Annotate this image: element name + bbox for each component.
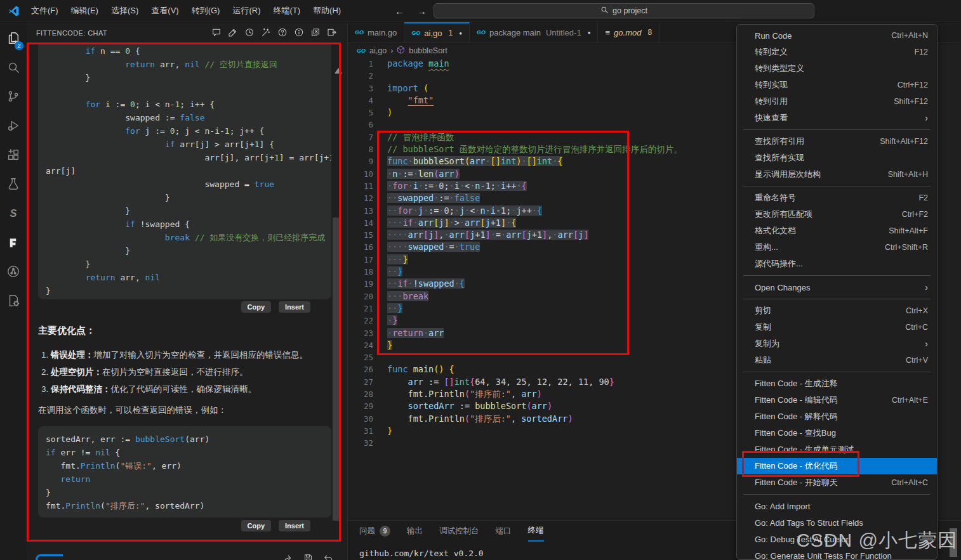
chat-input-edge (36, 554, 63, 560)
activity-item-run-debug[interactable] (0, 112, 26, 141)
magic-wand-icon[interactable] (261, 27, 271, 39)
context-menu-item[interactable]: Fitten Code - 优化代码 (737, 458, 937, 474)
context-menu-item[interactable]: Fitten Code - 查找Bug (737, 425, 937, 441)
search-input[interactable]: go project (434, 3, 814, 18)
context-menu-item[interactable]: Fitten Code - 解释代码 (737, 408, 937, 425)
menu-item[interactable]: 终端(T) (267, 5, 307, 16)
context-menu-item[interactable]: 重命名符号F2 (737, 190, 937, 206)
context-menu-item[interactable]: 转到引用Shift+F12 (737, 93, 937, 110)
chat-body: if n == 0 { return arr, nil // 空切片直接返回 }… (26, 43, 347, 560)
context-menu-item[interactable]: 更改所有匹配项Ctrl+F2 (737, 206, 937, 223)
activity-bar: 2S (0, 22, 26, 560)
code-line: arr[j] (46, 164, 324, 178)
activity-item-fitten-code[interactable] (0, 229, 26, 258)
shortcut-label: Ctrl+Alt+N (891, 31, 928, 40)
menu-item[interactable]: 文件(F) (25, 5, 65, 16)
panel-tab-item[interactable]: 端口 (496, 521, 512, 542)
copy-button[interactable]: Copy (241, 301, 272, 313)
edit-icon[interactable] (228, 27, 238, 39)
tab-label: main.go (368, 28, 397, 37)
context-menu-item[interactable]: Fitten Code - 生成注释 (737, 375, 937, 392)
code-line: if n == 0 { (46, 44, 324, 58)
share-icon[interactable] (282, 553, 293, 560)
context-menu-item[interactable]: 复制为› (737, 335, 937, 352)
breadcrumb-symbol[interactable]: bubbleSort (409, 46, 447, 55)
code-line: return arr, nil (46, 271, 324, 284)
menu-item[interactable]: 运行(R) (226, 5, 267, 16)
chat-scrollbar[interactable] (333, 218, 340, 521)
shortcut-label: Shift+Alt+H (888, 170, 928, 179)
question-icon[interactable] (277, 27, 288, 39)
context-menu-item[interactable]: Go: Generate Unit Tests For Function (737, 547, 937, 560)
context-menu-item[interactable]: Go: Debug Test At Cursor (737, 531, 937, 547)
save-icon[interactable] (303, 553, 314, 560)
activity-item-explorer[interactable]: 2 (0, 25, 26, 54)
activity-item-extensions[interactable] (0, 141, 26, 171)
context-menu-item[interactable]: 格式化文档Shift+Alt+F (737, 223, 937, 239)
tab-go-mod[interactable]: ≡go.mod8 (598, 22, 659, 42)
context-menu-item[interactable]: 源代码操作... (737, 256, 937, 272)
context-menu-item[interactable]: 粘贴Ctrl+V (737, 352, 937, 368)
context-menu-item[interactable]: Go: Add Import (737, 498, 937, 514)
close-window-icon[interactable] (310, 27, 321, 39)
go-file-icon: GO (477, 29, 486, 36)
menu-item[interactable]: 选择(S) (105, 5, 145, 16)
panel-tab-item[interactable]: 输出 (407, 521, 423, 542)
activity-item-fitten-chat[interactable]: S (0, 200, 26, 229)
context-menu-item[interactable]: Open Changes› (737, 279, 937, 296)
activity-item-go-tools[interactable] (0, 287, 26, 316)
panel-tab-item[interactable]: 问题9 (359, 521, 390, 542)
context-menu-item[interactable]: 转到定义F12 (737, 44, 937, 60)
activity-item-references[interactable] (0, 258, 26, 287)
menu-item[interactable]: 编辑(E) (65, 5, 105, 16)
tab-package-main[interactable]: GOpackage mainUntitled-1● (470, 22, 598, 42)
menu-item[interactable]: 查看(V) (145, 5, 185, 16)
modified-dot-icon[interactable]: ● (459, 30, 462, 36)
context-menu-item[interactable]: Fitten Code - 编辑代码Ctrl+Alt+E (737, 392, 937, 408)
submenu-arrow-icon: › (925, 282, 928, 292)
context-menu-item[interactable]: 复制Ctrl+C (737, 319, 937, 335)
context-menu-item[interactable]: 显示调用层次结构Shift+Alt+H (737, 166, 937, 183)
modified-dot-icon[interactable]: ● (588, 30, 591, 36)
activity-item-source-control[interactable] (0, 83, 26, 112)
chevron-right-icon: › (390, 46, 393, 55)
tab-ai-go[interactable]: GOai,go1● (404, 22, 470, 42)
context-menu-item[interactable]: 查找所有引用Shift+Alt+F12 (737, 133, 937, 150)
comment-icon[interactable] (211, 27, 222, 39)
scroll-up-icon[interactable] (335, 68, 342, 74)
copy-button[interactable]: Copy (241, 520, 272, 531)
insert-button[interactable]: Insert (279, 301, 310, 313)
history-icon[interactable] (244, 27, 255, 39)
tab-main-go[interactable]: GOmain.go (348, 22, 404, 42)
info-icon[interactable] (294, 27, 304, 39)
line-number: 7 (348, 131, 373, 143)
insert-button[interactable]: Insert (279, 520, 310, 531)
move-panel-icon[interactable] (327, 27, 337, 39)
activity-item-testing[interactable] (0, 171, 26, 200)
context-menu-item[interactable]: 转到类型定义 (737, 60, 937, 77)
context-menu-item[interactable]: 快速查看› (737, 110, 937, 126)
context-menu-item[interactable]: 重构...Ctrl+Shift+R (737, 239, 937, 256)
activity-item-search[interactable] (0, 54, 26, 83)
menu-item[interactable]: 帮助(H) (307, 5, 347, 16)
testing-icon (6, 177, 20, 193)
context-menu-item[interactable]: Fitten Code - 生成单元测试 (737, 441, 937, 458)
back-icon[interactable]: ← (395, 6, 404, 16)
forward-icon[interactable]: → (417, 6, 427, 16)
code-line: if !swapped { (46, 218, 324, 231)
context-menu-item[interactable]: Fitten Code - 开始聊天Ctrl+Alt+C (737, 474, 937, 491)
panel-tab-terminal-active[interactable]: 终端 (528, 521, 544, 542)
context-menu-item[interactable]: 转到实现Ctrl+F12 (737, 77, 937, 93)
code-line: return (46, 472, 324, 486)
line-number: 8 (348, 143, 373, 155)
context-menu-item[interactable]: Go: Add Tags To Struct Fields (737, 514, 937, 531)
panel-tab-item[interactable]: 调试控制台 (439, 521, 479, 542)
breadcrumb-file[interactable]: ai,go (369, 46, 387, 55)
undo-icon[interactable] (323, 553, 334, 560)
context-menu-item[interactable]: Run CodeCtrl+Alt+N (737, 27, 937, 44)
panel-scrollbar[interactable] (950, 528, 957, 557)
context-menu-item[interactable]: 剪切Ctrl+X (737, 303, 937, 319)
context-menu-item[interactable]: 查找所有实现 (737, 150, 937, 166)
chat-paragraph: 在调用这个函数时，可以检查返回的错误，例如： (38, 405, 227, 416)
menu-item[interactable]: 转到(G) (185, 5, 227, 16)
